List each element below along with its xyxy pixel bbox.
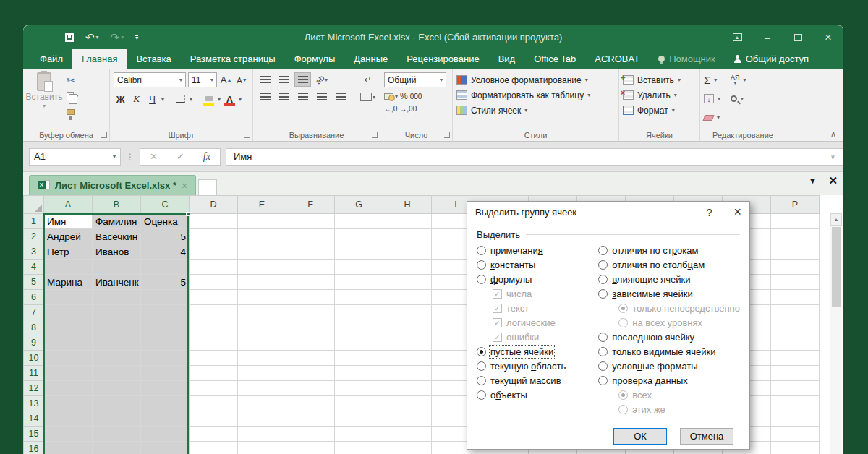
cell-A2[interactable]: Андрей [44,229,93,244]
font-name-combo[interactable]: Calibri▾ [114,72,186,87]
cell-A8[interactable] [44,320,93,335]
row-header-8[interactable]: 8 [24,320,44,335]
column-header-E[interactable]: E [238,196,286,214]
cell-F9[interactable] [286,335,335,351]
dialog-help-button[interactable]: ? [707,207,712,218]
row-header-7[interactable]: 7 [24,305,44,320]
tab-acrobat[interactable]: ACROBAT [585,49,649,69]
minimize-button[interactable]: – [752,25,783,49]
new-document-tab-button[interactable] [198,179,217,195]
row-header-1[interactable]: 1 [24,214,44,229]
maximize-button[interactable] [783,25,813,49]
row-header-6[interactable]: 6 [24,290,44,305]
cell-A11[interactable] [44,366,93,381]
dialog-close-button[interactable]: × [733,205,741,220]
wrap-text-button[interactable]: ↵ [359,72,376,87]
cell-H16[interactable] [383,442,432,454]
row-header-5[interactable]: 5 [24,275,44,290]
cell-H2[interactable] [383,229,432,244]
cell-D4[interactable] [190,260,238,275]
chevron-down-icon[interactable]: ▾ [190,96,192,103]
autosum-button[interactable]: Σ▾ [704,72,720,87]
cell-P4[interactable] [771,260,820,275]
cell-D10[interactable] [190,351,238,366]
column-header-D[interactable]: D [190,196,238,214]
cell-G9[interactable] [335,335,383,351]
ok-button[interactable]: ОК [613,428,667,445]
cell-E15[interactable] [238,427,286,442]
cell-E4[interactable] [238,260,286,275]
tab-review[interactable]: Рецензирование [397,49,488,69]
row-header-12[interactable]: 12 [24,381,44,396]
cell-C11[interactable] [141,366,190,381]
cell-C9[interactable] [141,335,190,351]
cell-E6[interactable] [238,290,286,305]
cell-D12[interactable] [190,381,238,396]
tab-assistant[interactable]: Помощник [649,49,725,69]
scrollbar-thumb[interactable] [832,227,841,307]
row-header-15[interactable]: 15 [24,427,44,442]
cell-P7[interactable] [771,305,820,320]
align-left-button[interactable] [257,90,273,104]
cell-C12[interactable] [141,381,190,396]
cell-H3[interactable] [383,244,432,260]
column-header-F[interactable]: F [286,196,335,214]
cell-P3[interactable] [771,244,820,260]
cell-D8[interactable] [190,320,238,335]
insert-cells-button[interactable]: + Вставить ▾ [623,72,696,87]
cell-D15[interactable] [190,427,238,442]
cell-F6[interactable] [286,290,335,305]
radio-option[interactable]: только видимые ячейки [598,344,740,359]
collapse-ribbon-button[interactable]: ∧ [830,129,836,139]
align-right-button[interactable] [294,90,311,104]
expand-formula-bar-icon[interactable]: ∨ [830,153,835,160]
alignment-dialog-launcher-icon[interactable] [372,132,378,138]
comma-format-button[interactable]: 000 [410,93,422,100]
decrease-indent-button[interactable] [313,90,330,104]
cell-D6[interactable] [190,290,238,305]
cell-H9[interactable] [383,335,432,351]
tab-office-tab[interactable]: Office Tab [524,49,585,69]
grow-font-button[interactable]: А▲ [219,73,233,87]
cell-D13[interactable] [190,396,238,411]
insert-function-icon[interactable]: fx [203,151,210,163]
cell-C14[interactable] [141,411,190,427]
cell-D11[interactable] [190,366,238,381]
cell-G6[interactable] [335,290,383,305]
cell-F5[interactable] [286,275,335,290]
cell-A7[interactable] [44,305,93,320]
cell-H8[interactable] [383,320,432,335]
select-all-corner[interactable] [24,196,44,214]
conditional-formatting-button[interactable]: Условное форматирование ▾ [456,72,615,87]
cell-P12[interactable] [771,381,820,396]
row-header-2[interactable]: 2 [24,229,44,244]
cell-G10[interactable] [335,351,383,366]
radio-option[interactable]: отличия по строкам [598,243,740,257]
radio-option[interactable]: текущую область [477,359,598,373]
radio-option[interactable]: последнюю ячейку [598,330,740,344]
cell-C8[interactable] [141,320,190,335]
column-header-A[interactable]: A [44,196,93,214]
cell-H12[interactable] [383,381,432,396]
cell-H11[interactable] [383,366,432,381]
cell-F7[interactable] [286,305,335,320]
cell-H14[interactable] [383,411,432,427]
cell-B11[interactable] [93,366,141,381]
cell-B10[interactable] [93,351,141,366]
cell-P15[interactable] [771,427,820,442]
cell-P2[interactable] [771,229,820,244]
cell-F13[interactable] [286,396,335,411]
cell-P14[interactable] [771,411,820,427]
cell-A12[interactable] [44,381,93,396]
font-size-combo[interactable]: 11▾ [188,72,217,87]
radio-option[interactable]: формулы [477,272,598,286]
paste-button[interactable]: Вставить ▾ [27,72,61,109]
cell-G5[interactable] [335,275,383,290]
column-header-P[interactable]: P [771,196,820,214]
row-header-9[interactable]: 9 [24,335,44,351]
font-dialog-launcher-icon[interactable] [244,132,250,138]
ribbon-display-options-button[interactable]: ▲ [722,25,752,49]
cell-F10[interactable] [286,351,335,366]
customize-qat-button[interactable]: ▾ [135,35,138,40]
cell-D14[interactable] [190,411,238,427]
